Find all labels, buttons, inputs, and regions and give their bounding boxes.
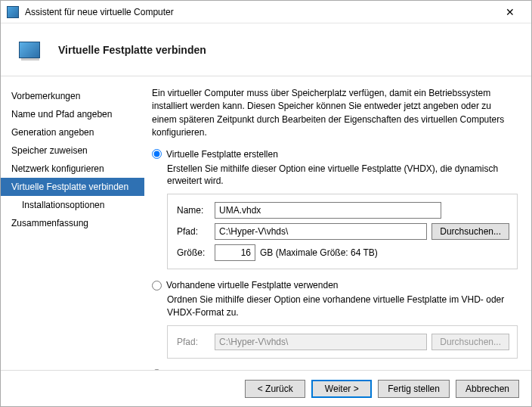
name-label: Name:: [177, 205, 215, 216]
size-label: Größe:: [177, 247, 215, 258]
sidebar-item-name-pfad[interactable]: Name und Pfad angeben: [1, 105, 144, 123]
create-vhd-form: Name: Pfad: Durchsuchen... Größe: GB (Ma…: [167, 194, 518, 269]
existing-vhd-desc: Ordnen Sie mithilfe dieser Option eine v…: [167, 294, 518, 319]
browse-button[interactable]: Durchsuchen...: [431, 223, 509, 240]
existing-vhd-form: Pfad: Durchsuchen...: [167, 325, 518, 359]
radio-later-vhd-label: Virtuelle Festplatte später zuordnen: [166, 369, 309, 370]
close-icon[interactable]: ✕: [495, 2, 525, 23]
wizard-footer: < Zurück Weiter > Fertig stellen Abbrech…: [1, 370, 531, 406]
radio-existing-vhd[interactable]: [152, 281, 162, 290]
size-unit: GB (Maximale Größe: 64 TB): [260, 247, 378, 258]
app-icon: [7, 6, 19, 18]
intro-text: Ein virtueller Computer muss über Speich…: [152, 87, 518, 140]
sidebar-item-speicher[interactable]: Speicher zuweisen: [1, 141, 144, 160]
cancel-button[interactable]: Abbrechen: [456, 380, 519, 398]
existing-path-label: Pfad:: [177, 337, 215, 347]
sidebar-item-installation[interactable]: Installationsoptionen: [1, 196, 144, 214]
existing-browse-button: Durchsuchen...: [431, 334, 509, 350]
monitor-icon: [19, 42, 40, 58]
existing-path-input: [215, 334, 427, 350]
back-button[interactable]: < Zurück: [245, 380, 305, 398]
sidebar-item-zusammenfassung[interactable]: Zusammenfassung: [1, 214, 144, 232]
window-title: Assistent für neue virtuelle Computer: [25, 7, 495, 17]
page-title: Virtuelle Festplatte verbinden: [58, 44, 206, 56]
wizard-steps: Vorbemerkungen Name und Pfad angeben Gen…: [1, 76, 144, 370]
path-input[interactable]: [215, 223, 427, 240]
radio-create-vhd[interactable]: [152, 149, 162, 159]
sidebar-item-vorbemerkungen[interactable]: Vorbemerkungen: [1, 87, 144, 105]
path-label: Pfad:: [177, 226, 215, 237]
create-vhd-desc: Erstellen Sie mithilfe dieser Option ein…: [167, 163, 518, 188]
radio-later-vhd[interactable]: [152, 369, 162, 370]
radio-existing-vhd-label: Vorhandene virtuelle Festplatte verwende…: [166, 280, 338, 290]
sidebar-item-festplatte[interactable]: Virtuelle Festplatte verbinden: [1, 178, 144, 196]
wizard-header: Virtuelle Festplatte verbinden: [1, 23, 531, 76]
sidebar-item-netzwerk[interactable]: Netzwerk konfigurieren: [1, 160, 144, 178]
titlebar: Assistent für neue virtuelle Computer ✕: [1, 1, 531, 23]
wizard-content: Ein virtueller Computer muss über Speich…: [144, 76, 531, 370]
size-input[interactable]: [215, 244, 255, 261]
radio-create-vhd-label: Virtuelle Festplatte erstellen: [166, 149, 278, 160]
finish-button[interactable]: Fertig stellen: [378, 380, 450, 398]
name-input[interactable]: [215, 202, 441, 219]
sidebar-item-generation[interactable]: Generation angeben: [1, 123, 144, 141]
next-button[interactable]: Weiter >: [311, 380, 372, 398]
